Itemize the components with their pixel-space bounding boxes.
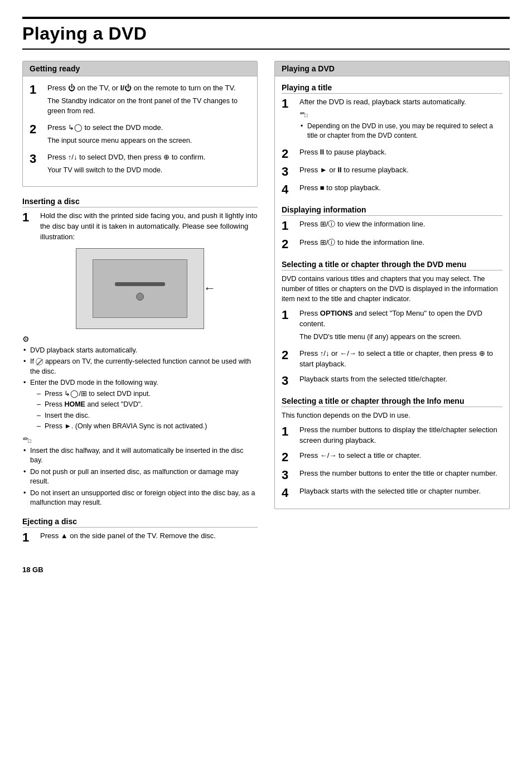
step-number-2: 2 [30, 123, 45, 136]
getting-ready-body: 1 Press ⏻ on the TV, or I/⏻ on the remot… [23, 76, 257, 186]
playing-dvd-box: Playing a DVD Playing a title 1 After th… [274, 61, 510, 509]
note-item-2: Do not push or pull an inserted disc, as… [22, 467, 258, 487]
step-1-text: Press ⏻ on the TV, or I/⏻ on the remote … [47, 84, 236, 92]
sel-info-step-1-content: Press the number buttons to display the … [299, 425, 502, 446]
step-1-sub: The Standby indicator on the front panel… [47, 96, 250, 116]
sub-tip-2: Press HOME and select "DVD". [36, 400, 258, 410]
displaying-step-1: 1 Press ⊞/ⓘ to view the information line… [282, 219, 502, 233]
page-title: Playing a DVD [22, 17, 510, 50]
gear-tip-icon: ⚙ [22, 335, 30, 344]
sel-dvd-step-2-content: Press ↑/↓ or ←/→ to select a title or ch… [299, 349, 502, 370]
step-number-3: 3 [30, 152, 45, 166]
playing-step-3-content: Press ► or II to resume playback. [299, 165, 502, 176]
playing-step-1-content: After the DVD is read, playback starts a… [299, 97, 502, 143]
step-3-text: Press ↑/↓ to select DVD, then press ⊕ to… [47, 153, 205, 161]
disc-illustration: ← [76, 248, 204, 329]
inserting-step-number: 1 [22, 211, 38, 224]
sel-info-step-2-content: Press ←/→ to select a title or chapter. [299, 451, 502, 461]
sel-info-step-4-content: Playback starts with the selected title … [299, 486, 502, 497]
tip-item-3: Enter the DVD mode in the following way.… [22, 378, 258, 432]
left-column: Getting ready 1 Press ⏻ on the TV, or I/… [22, 61, 258, 549]
selecting-dvd-menu-header: Selecting a title or chapter through the… [282, 260, 502, 270]
power-sym2: ⏻ [124, 84, 132, 92]
notes-list: Insert the disc halfway, and it will aut… [22, 446, 258, 508]
arrow-right-icon: ← [204, 281, 216, 296]
step-3-content: Press ↑/↓ to select DVD, then press ⊕ to… [47, 152, 250, 177]
sel-info-step-num-3: 3 [282, 468, 297, 482]
right-column: Playing a DVD Playing a title 1 After th… [274, 61, 510, 519]
displaying-step-num-2: 2 [282, 238, 297, 251]
playing-title-step-1: 1 After the DVD is read, playback starts… [282, 97, 502, 143]
sel-dvd-step-1-content: Press OPTIONS and select "Top Menu" to o… [299, 308, 502, 344]
playing-step-num-4: 4 [282, 183, 297, 196]
player-body [93, 259, 187, 318]
getting-ready-step-1: 1 Press ⏻ on the TV, or I/⏻ on the remot… [30, 83, 250, 118]
disc-slot [115, 282, 165, 286]
tip-item-1: DVD playback starts automatically. [22, 346, 258, 356]
selecting-dvd-step-1: 1 Press OPTIONS and select "Top Menu" to… [282, 308, 502, 344]
note-pencil-icon: ✏□ [22, 435, 31, 443]
playing-title-step-4: 4 Press ■ to stop playback. [282, 183, 502, 196]
playing-note-1: Depending on the DVD in use, you may be … [299, 122, 502, 141]
power-symbol: ⏻ [68, 84, 75, 92]
playing-dvd-box-body: Playing a title 1 After the DVD is read,… [275, 76, 509, 509]
inserting-step-1: 1 Hold the disc with the printed side fa… [22, 211, 258, 243]
main-content: Getting ready 1 Press ⏻ on the TV, or I/… [22, 61, 510, 549]
selecting-info-step-1: 1 Press the number buttons to display th… [282, 425, 502, 446]
input-symbol: ↳◯ [68, 123, 83, 132]
page: Playing a DVD Getting ready 1 Press ⏻ on… [0, 0, 532, 783]
note-item-3: Do not insert an unsupported disc or for… [22, 489, 258, 508]
playing-step-4-content: Press ■ to stop playback. [299, 183, 502, 194]
tip-item-2: If appears on TV, the currently-selected… [22, 357, 258, 376]
displaying-step-1-content: Press ⊞/ⓘ to view the information line. [299, 219, 502, 230]
selecting-info-step-4: 4 Playback starts with the selected titl… [282, 486, 502, 500]
sub-tip-4: Press ►. (Only when BRAVIA Sync is not a… [36, 422, 258, 432]
eject-button [136, 293, 144, 301]
step-1-content: Press ⏻ on the TV, or I/⏻ on the remote … [47, 83, 250, 118]
step-2-sub: The input source menu appears on the scr… [47, 136, 250, 146]
sel-dvd-step-num-1: 1 [282, 308, 297, 322]
displaying-info-header: Displaying information [282, 205, 502, 216]
sub-tip-1: Press ↳◯/⊞ to select DVD input. [36, 389, 258, 399]
displaying-step-2: 2 Press ⊞/ⓘ to hide the information line… [282, 238, 502, 251]
sel-info-step-num-1: 1 [282, 425, 297, 438]
displaying-step-2-content: Press ⊞/ⓘ to hide the information line. [299, 238, 502, 248]
inserting-disc-header: Inserting a disc [22, 197, 258, 207]
note-item-1: Insert the disc halfway, and it will aut… [22, 446, 258, 466]
playing-title-step-3: 3 Press ► or II to resume playback. [282, 165, 502, 178]
playing-step-2-content: Press II to pause playback. [299, 147, 502, 158]
tips-section: ⚙ [22, 335, 258, 344]
sel-info-step-3-content: Press the number buttons to enter the ti… [299, 468, 502, 479]
inserting-step-content: Hold the disc with the printed side faci… [40, 211, 258, 243]
playing-step-num-2: 2 [282, 147, 297, 161]
sel-dvd-step-1-sub: The DVD's title menu (if any) appears on… [299, 332, 502, 342]
step-2-content: Press ↳◯ to select the DVD mode. The inp… [47, 123, 250, 148]
sel-dvd-step-num-2: 2 [282, 349, 297, 362]
selecting-info-intro: This function depends on the DVD in use. [282, 410, 502, 420]
disc-illustration-wrapper: ← [22, 248, 258, 329]
displaying-step-num-1: 1 [282, 219, 297, 233]
ejecting-step-number: 1 [22, 531, 38, 544]
playing-step-num-1: 1 [282, 97, 297, 110]
getting-ready-section: Getting ready 1 Press ⏻ on the TV, or I/… [22, 61, 258, 187]
page-number: 18 GB [22, 566, 43, 574]
sel-dvd-step-3-content: Playback starts from the selected title/… [299, 374, 502, 385]
ejecting-disc-header: Ejecting a disc [22, 517, 258, 528]
playing-title-step-2: 2 Press II to pause playback. [282, 147, 502, 161]
selecting-info-step-3: 3 Press the number buttons to enter the … [282, 468, 502, 482]
playing-step-num-3: 3 [282, 165, 297, 178]
selecting-dvd-intro: DVD contains various titles and chapters… [282, 274, 502, 304]
selecting-dvd-step-3: 3 Playback starts from the selected titl… [282, 374, 502, 388]
selecting-info-menu-header: Selecting a title or chapter through the… [282, 397, 502, 407]
sel-info-step-num-4: 4 [282, 486, 297, 500]
step-3-sub: Your TV will switch to the DVD mode. [47, 165, 250, 175]
page-footer: 18 GB [22, 566, 510, 574]
ejecting-step-content: Press ▲ on the side panel of the TV. Rem… [40, 531, 258, 542]
getting-ready-step-2: 2 Press ↳◯ to select the DVD mode. The i… [30, 123, 250, 148]
selecting-dvd-step-2: 2 Press ↑/↓ or ←/→ to select a title or … [282, 349, 502, 370]
playing-step-1-notes: Depending on the DVD in use, you may be … [299, 122, 502, 141]
note-icon-small: ✏□ [299, 109, 502, 119]
playing-dvd-box-header: Playing a DVD [275, 61, 509, 76]
sel-info-step-num-2: 2 [282, 451, 297, 464]
playing-title-header: Playing a title [282, 83, 502, 94]
